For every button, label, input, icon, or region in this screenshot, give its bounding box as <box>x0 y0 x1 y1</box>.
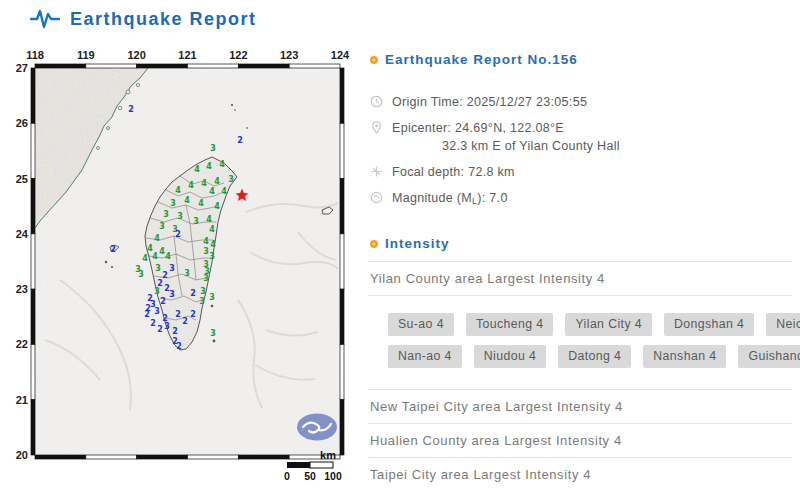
station-intensity-value: 2 <box>190 310 196 319</box>
earthquake-report-page: Earthquake Report <box>0 0 800 492</box>
station-intensity-chip[interactable]: Su-ao 4 <box>388 313 454 336</box>
station-intensity-value: 2 <box>144 310 150 319</box>
intensity-area-row: Yilan County area Largest Intensity 4 <box>368 261 792 295</box>
station-intensity-value: 3 <box>177 212 183 221</box>
scale-tick-label: 50 <box>304 470 316 482</box>
station-intensity-value: 4 <box>206 162 212 171</box>
intensity-area-list: Yilan County area Largest Intensity 4Su-… <box>368 261 792 491</box>
station-intensity-value: 3 <box>184 269 190 278</box>
station-intensity-value: 2 <box>175 310 181 319</box>
lat-tick-label: 26 <box>16 117 28 129</box>
report-detail-row: Epicenter: 24.69°N, 122.08°E32.3 km E of… <box>370 119 620 155</box>
station-intensity-value: 3 <box>199 297 205 306</box>
intensity-area-label: Taipei City area Largest Intensity 4 <box>370 467 591 482</box>
scale-tick-label: 100 <box>324 470 342 482</box>
station-intensity-chip[interactable]: Yilan City 4 <box>565 313 652 336</box>
lon-tick-label: 120 <box>127 49 145 61</box>
report-details: Origin Time: 2025/12/27 23:05:55Epicente… <box>370 93 620 218</box>
station-intensity-value: 3 <box>209 252 215 261</box>
station-intensity-value: 3 <box>154 307 160 316</box>
intensity-area-label: Hualien County area Largest Intensity 4 <box>370 433 622 448</box>
report-detail-row: Magnitude (ML): 7.0 <box>370 189 620 210</box>
station-intensity-value: 2 <box>110 245 116 254</box>
lat-tick-label: 21 <box>16 394 28 406</box>
station-intensity-value: 3 <box>155 264 161 273</box>
station-intensity-value: 2 <box>162 271 168 280</box>
station-intensity-value: 2 <box>172 327 178 336</box>
station-intensity-value: 2 <box>182 317 188 326</box>
lat-tick-label: 25 <box>16 173 28 185</box>
station-intensity-value: 4 <box>219 160 225 169</box>
station-intensity-value: 3 <box>159 222 165 231</box>
station-intensity-value: 4 <box>184 196 190 205</box>
station-intensity-value: 2 <box>160 297 166 306</box>
station-intensity-value: 2 <box>175 230 181 239</box>
station-intensity-chip[interactable]: Guishandao 3 <box>738 345 800 368</box>
seismic-waveform-icon <box>30 6 60 32</box>
station-intensity-chip[interactable]: Nanshan 4 <box>643 345 726 368</box>
station-intensity-value: 3 <box>164 322 170 331</box>
station-intensity-value: 3 <box>163 210 169 219</box>
station-intensity-value: 4 <box>210 240 216 249</box>
report-panel: Earthquake Report No.156 Origin Time: 20… <box>368 0 792 492</box>
station-intensity-value: 4 <box>214 202 220 211</box>
lon-tick-label: 119 <box>77 49 95 61</box>
latitude-axis-labels: 2726252423222120 <box>16 62 29 461</box>
station-intensity-chip[interactable]: Datong 4 <box>558 345 631 368</box>
cwb-logo <box>297 414 337 441</box>
station-intensity-value: 3 <box>169 290 175 299</box>
station-intensity-chip[interactable]: Dongshan 4 <box>664 313 754 336</box>
station-intensity-value: 4 <box>201 179 207 188</box>
report-detail-row: Origin Time: 2025/12/27 23:05:55 <box>370 93 620 111</box>
pin-icon <box>370 121 383 134</box>
intensity-map: 2223444344444443443343334424444344343333… <box>0 45 360 492</box>
station-intensity-value: 2 <box>128 105 134 114</box>
bullet-ring-icon <box>370 56 378 64</box>
lat-tick-label: 23 <box>16 283 28 295</box>
lon-tick-label: 121 <box>178 49 196 61</box>
station-intensity-value: 2 <box>157 325 163 334</box>
clock-icon <box>370 95 383 108</box>
page-header: Earthquake Report <box>30 6 257 32</box>
lon-tick-label: 123 <box>280 49 298 61</box>
report-detail-text: Focal depth: 72.8 km <box>392 163 515 181</box>
lon-tick-label: 122 <box>229 49 247 61</box>
longitude-axis-labels: 118119120121122123124 <box>26 49 350 61</box>
report-detail-secondary-text: 32.3 km E of Yilan County Hall <box>392 137 620 155</box>
intensity-title: Intensity <box>370 236 450 251</box>
station-intensity-value: 2 <box>150 319 156 328</box>
station-intensity-value: 3 <box>210 144 216 153</box>
report-title-text: Earthquake Report No.156 <box>385 52 578 67</box>
station-intensity-value: 2 <box>237 136 243 145</box>
station-intensity-chip[interactable]: Nan-ao 4 <box>388 345 462 368</box>
map-terrain: 2223444344444443443343334424444344343333… <box>35 68 340 455</box>
report-detail-text: Magnitude (ML): 7.0 <box>392 189 508 210</box>
scale-tick-label: 0 <box>284 470 290 482</box>
station-intensity-value: 4 <box>194 165 200 174</box>
report-detail-text: Origin Time: 2025/12/27 23:05:55 <box>392 93 587 111</box>
station-intensity-value: 3 <box>138 270 144 279</box>
station-intensity-value: 2 <box>190 289 196 298</box>
station-intensity-value: 4 <box>206 215 212 224</box>
station-intensity-chip[interactable]: Neicheng 4 <box>766 313 800 336</box>
station-intensity-chip[interactable]: Toucheng 4 <box>466 313 554 336</box>
report-detail-row: Focal depth: 72.8 km <box>370 163 620 181</box>
station-intensity-value: 3 <box>228 175 234 184</box>
intensity-area-label: New Taipei City area Largest Intensity 4 <box>370 399 623 414</box>
station-intensity-value: 4 <box>154 234 160 243</box>
bullet-ring-icon <box>370 240 378 248</box>
station-intensity-value: 4 <box>142 254 148 263</box>
intensity-area-row: Taipei City area Largest Intensity 4 <box>368 457 792 491</box>
station-intensity-value: 2 <box>176 342 182 351</box>
station-intensity-value: 3 <box>200 287 206 296</box>
intensity-title-text: Intensity <box>385 236 450 251</box>
station-intensity-value: 3 <box>210 329 216 338</box>
station-chip-group: Su-ao 4Toucheng 4Yilan City 4Dongshan 4N… <box>368 295 792 389</box>
lon-tick-label: 124 <box>331 49 350 61</box>
station-intensity-value: 4 <box>221 187 227 196</box>
station-intensity-value: 4 <box>209 187 215 196</box>
station-intensity-value: 3 <box>203 274 209 283</box>
intensity-area-label: Yilan County area Largest Intensity 4 <box>370 271 605 286</box>
station-intensity-value: 4 <box>203 237 209 246</box>
station-intensity-chip[interactable]: Niudou 4 <box>474 345 546 368</box>
